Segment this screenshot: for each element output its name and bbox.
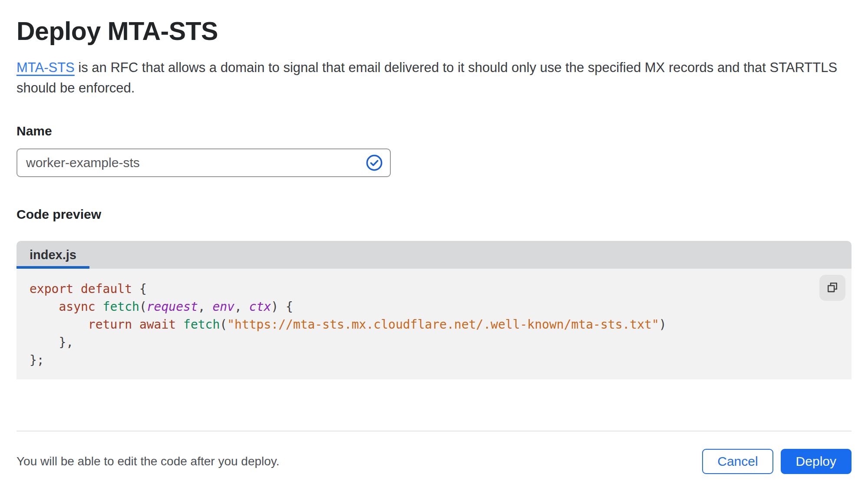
deploy-mta-sts-page: Deploy MTA-STS MTA-STS is an RFC that al…: [0, 0, 868, 494]
copy-icon: [825, 280, 839, 296]
footer-actions: Cancel Deploy: [702, 449, 851, 474]
code-lines: export default { async fetch(request, en…: [30, 280, 838, 369]
code-line: };: [30, 351, 838, 369]
code-tabbar: index.js: [17, 241, 851, 269]
deploy-button[interactable]: Deploy: [781, 449, 851, 474]
code-block: export default { async fetch(request, en…: [17, 269, 851, 379]
name-label: Name: [17, 122, 851, 140]
code-line: },: [30, 333, 838, 351]
copy-code-button[interactable]: [819, 275, 845, 301]
name-input[interactable]: [17, 148, 391, 177]
code-line: return await fetch("https://mta-sts.mx.c…: [30, 316, 838, 333]
code-preview-label: Code preview: [17, 206, 851, 223]
page-title: Deploy MTA-STS: [17, 0, 851, 47]
footer-note: You will be able to edit the code after …: [17, 454, 280, 468]
cancel-button[interactable]: Cancel: [702, 449, 773, 474]
footer: You will be able to edit the code after …: [17, 435, 851, 494]
intro-text: MTA-STS is an RFC that allows a domain t…: [17, 57, 839, 98]
footer-divider: [17, 431, 851, 431]
code-line: async fetch(request, env, ctx) {: [30, 298, 838, 316]
check-circle-icon: [366, 154, 383, 171]
tab-index-js-label: index.js: [30, 248, 76, 262]
intro-text-body: is an RFC that allows a domain to signal…: [17, 60, 837, 96]
name-input-wrap: [17, 148, 391, 177]
code-line: export default {: [30, 280, 838, 298]
tab-index-js[interactable]: index.js: [17, 241, 89, 269]
mta-sts-link[interactable]: MTA-STS: [17, 60, 75, 75]
